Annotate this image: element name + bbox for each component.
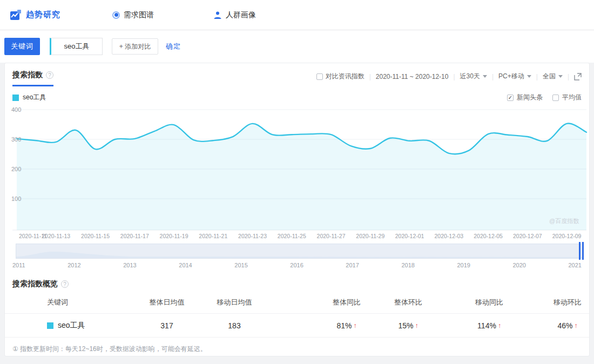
svg-text:2020-12-05: 2020-12-05 bbox=[474, 233, 503, 239]
divider: | bbox=[453, 73, 455, 80]
svg-text:2020-12-01: 2020-12-01 bbox=[395, 233, 424, 239]
svg-text:2020-11-19: 2020-11-19 bbox=[160, 233, 188, 239]
chart-header: 搜索指数 对比资讯指数 | 2020-11-11 ~ 2020-12-10 | … bbox=[5, 63, 589, 86]
year-label: 2016 bbox=[290, 262, 303, 268]
table-row: seo工具 317 183 81%↑ 15%↑ 114%↑ 46%↑ bbox=[5, 314, 589, 338]
year-label: 2020 bbox=[512, 262, 525, 268]
trend-line-chart: 400300200100 2020-11-112020-11-132020-11… bbox=[5, 103, 590, 241]
region-select[interactable]: 全国 bbox=[543, 72, 563, 81]
person-icon bbox=[213, 11, 222, 19]
cell-overall-yoy: 81%↑ bbox=[310, 321, 383, 330]
svg-text:400: 400 bbox=[11, 106, 21, 113]
cell-mobile-mom: 46%↑ bbox=[545, 321, 590, 330]
brand[interactable]: 趋势研究 bbox=[10, 10, 60, 21]
col-mobile-avg: 移动日均值 bbox=[199, 298, 269, 307]
nav-item-demand-graph[interactable]: 需求图谱 bbox=[112, 10, 154, 20]
expand-button[interactable] bbox=[574, 73, 582, 80]
divider: | bbox=[568, 73, 569, 80]
year-label: 2012 bbox=[68, 262, 80, 268]
year-label: 2014 bbox=[179, 262, 192, 268]
svg-text:2020-11-21: 2020-11-21 bbox=[199, 233, 227, 239]
up-arrow-icon: ↑ bbox=[575, 322, 578, 329]
overview-title: 搜索指数概览 bbox=[5, 279, 589, 289]
year-label: 2017 bbox=[346, 262, 359, 268]
keyword-value: seo工具 bbox=[58, 321, 85, 331]
up-arrow-icon: ↑ bbox=[498, 322, 501, 329]
trend-panel: 搜索指数 对比资讯指数 | 2020-11-11 ~ 2020-12-10 | … bbox=[4, 63, 590, 356]
date-range-picker[interactable]: 2020-11-11 ~ 2020-12-10 bbox=[376, 73, 449, 80]
help-icon[interactable] bbox=[46, 71, 53, 79]
brand-label: 趋势研究 bbox=[26, 10, 60, 20]
divider: | bbox=[536, 73, 538, 80]
svg-text:2020-11-13: 2020-11-13 bbox=[42, 233, 70, 239]
legend-label: seo工具 bbox=[23, 93, 46, 102]
cell-mobile-yoy: 114%↑ bbox=[434, 321, 545, 330]
legend-item-seo[interactable]: seo工具 bbox=[12, 93, 46, 102]
keyword-button[interactable]: 关键词 bbox=[4, 38, 40, 55]
svg-text:2020-11-17: 2020-11-17 bbox=[120, 233, 149, 239]
radio-selected-icon bbox=[112, 11, 120, 19]
slider-handle[interactable] bbox=[579, 242, 584, 260]
time-range-select[interactable]: 近30天 bbox=[460, 72, 487, 81]
year-label: 2011 bbox=[12, 262, 25, 268]
col-overall-yoy: 整体同比 bbox=[310, 298, 383, 307]
slider-track[interactable] bbox=[16, 244, 582, 259]
time-range-value: 近30天 bbox=[460, 72, 480, 81]
up-arrow-icon: ↑ bbox=[354, 322, 357, 329]
keyword-input[interactable]: seo工具 bbox=[50, 38, 103, 55]
cell-keyword: seo工具 bbox=[5, 321, 134, 331]
cell-overall-avg: 317 bbox=[134, 321, 199, 330]
tab-search-index[interactable]: 搜索指数 bbox=[12, 70, 53, 86]
average-checkbox[interactable]: 平均值 bbox=[552, 93, 582, 102]
svg-text:200: 200 bbox=[11, 166, 21, 172]
chevron-down-icon bbox=[558, 75, 563, 78]
nav-item-audience-profile[interactable]: 人群画像 bbox=[213, 10, 256, 20]
divider: | bbox=[369, 73, 371, 80]
year-label: 2015 bbox=[234, 262, 247, 268]
year-label: 2021 bbox=[568, 262, 581, 268]
baidu-index-logo-icon bbox=[10, 10, 22, 21]
divider: | bbox=[492, 73, 494, 80]
year-label: 2019 bbox=[457, 262, 470, 268]
svg-text:300: 300 bbox=[11, 136, 21, 143]
year-label: 2013 bbox=[123, 262, 136, 268]
svg-text:2020-11-15: 2020-11-15 bbox=[81, 233, 110, 239]
svg-text:2020-11-27: 2020-11-27 bbox=[317, 233, 346, 239]
checkbox-checked-icon bbox=[507, 95, 514, 101]
device-select[interactable]: PC+移动 bbox=[498, 72, 531, 81]
table-header: 关键词 整体日均值 移动日均值 整体同比 整体环比 移动同比 移动环比 bbox=[5, 291, 589, 314]
legend-swatch-icon bbox=[12, 95, 19, 101]
tab-label: 搜索指数 bbox=[12, 70, 43, 80]
add-compare-button[interactable]: + 添加对比 bbox=[112, 38, 158, 55]
svg-text:2020-11-29: 2020-11-29 bbox=[356, 233, 384, 239]
series-swatch-icon bbox=[47, 322, 53, 329]
news-headline-checkbox[interactable]: 新闻头条 bbox=[507, 93, 543, 102]
help-icon[interactable] bbox=[61, 280, 69, 288]
overview-section: 搜索指数概览 关键词 整体日均值 移动日均值 整体同比 整体环比 移动同比 移动… bbox=[5, 279, 589, 354]
option-label: 平均值 bbox=[562, 93, 582, 102]
col-overall-mom: 整体环比 bbox=[383, 298, 434, 307]
top-nav: 趋势研究 需求图谱 人群画像 bbox=[0, 0, 594, 30]
chevron-down-icon bbox=[527, 75, 531, 78]
timeline-slider[interactable] bbox=[16, 244, 582, 259]
slider-mini-chart bbox=[16, 244, 582, 258]
overview-title-label: 搜索指数概览 bbox=[12, 279, 58, 289]
update-note: ① 指数更新时间：每天12~16时，受数据波动影响，可能会有延迟。 bbox=[5, 338, 589, 354]
svg-text:2020-12-09: 2020-12-09 bbox=[552, 233, 582, 239]
checkbox-label: 对比资讯指数 bbox=[326, 72, 364, 81]
region-value: 全国 bbox=[543, 72, 556, 81]
col-keyword: 关键词 bbox=[5, 298, 134, 307]
confirm-link[interactable]: 确定 bbox=[166, 42, 181, 51]
year-label: 2018 bbox=[401, 262, 414, 268]
date-range-value: 2020-11-11 ~ 2020-12-10 bbox=[376, 73, 449, 80]
chart-watermark: @百度指数 bbox=[549, 218, 579, 224]
chart-controls: 对比资讯指数 | 2020-11-11 ~ 2020-12-10 | 近30天 … bbox=[316, 72, 582, 81]
cell-mobile-avg: 183 bbox=[199, 321, 269, 330]
chart-options: 新闻头条 平均值 bbox=[507, 93, 582, 102]
chevron-down-icon bbox=[483, 75, 487, 78]
svg-text:2020-11-23: 2020-11-23 bbox=[238, 233, 267, 239]
col-mobile-mom: 移动环比 bbox=[545, 298, 590, 307]
col-mobile-yoy: 移动同比 bbox=[434, 298, 545, 307]
compare-news-checkbox[interactable]: 对比资讯指数 bbox=[316, 72, 364, 81]
svg-text:2020-11-25: 2020-11-25 bbox=[278, 233, 306, 239]
